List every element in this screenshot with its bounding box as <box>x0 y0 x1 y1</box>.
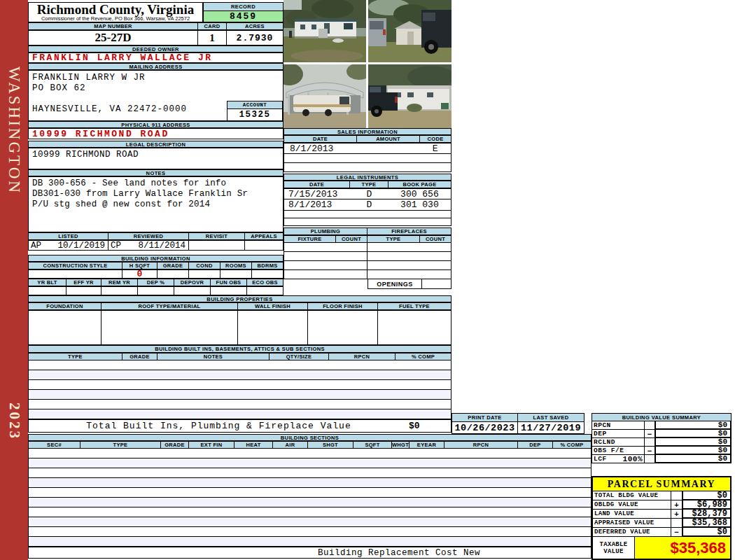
record-box: RECORD 8459 <box>203 2 284 22</box>
photo-metal-carport-rv[interactable] <box>284 64 366 128</box>
building-sections-column-headers: SEC# TYPE GRADE EXT FIN HEAT AIR SHGT SQ… <box>28 441 592 449</box>
parcel-row-taxable: TAXABLE VALUE $35,368 <box>593 537 730 559</box>
building-replacement-row: Building Replacement Cost New <box>28 547 592 559</box>
section-header-deeded-owner: DEEDED OWNER <box>28 46 284 52</box>
review-header-row: LISTED REVIEWED REVISIT APPEALS <box>28 232 284 240</box>
card-value: 1 <box>198 30 227 46</box>
building-properties-headers: FOUNDATION ROOF TYPE/MATERIAL WALL FINIS… <box>28 302 451 310</box>
building-replacement-label: Building Replacement Cost New <box>318 548 480 558</box>
physical-address-value: 10999 RICHMOND ROAD <box>28 128 284 139</box>
section-header-parcel-summary: PARCEL SUMMARY <box>593 477 730 491</box>
notes-block: DB 300-656 - See land notes for info DB3… <box>28 176 284 232</box>
bi-rpcn-label: RPCN <box>329 353 396 360</box>
parcel-op <box>671 519 682 528</box>
bi-type-label: TYPE <box>28 353 122 360</box>
sale-date: 8/1/2013 <box>284 144 357 154</box>
bvs-op: − <box>645 447 654 455</box>
bvs-row-lcf: LCF100% $0 <box>592 455 732 463</box>
funobs-label: FUN OBS <box>211 279 247 286</box>
hsqft-value: 0 <box>122 270 158 279</box>
print-info-box: PRINT DATE LAST SAVED 10/26/2023 11/27/2… <box>451 413 584 434</box>
section-header-building-properties: BUILDING PROPERTIES <box>28 295 451 302</box>
sidebar-state-label: WASHINGTON <box>5 66 23 195</box>
building-properties-values <box>28 310 451 345</box>
bdrms-label: BDRMS <box>252 262 284 270</box>
parcel-op: + <box>671 510 682 519</box>
account-value: 15325 <box>227 109 283 121</box>
effyr-label: EFF YR <box>66 279 102 286</box>
map-number-label: MAP NUMBER <box>28 22 198 30</box>
bs-comp-label: % COMP <box>553 441 592 449</box>
bs-heat-label: HEAT <box>234 441 273 449</box>
bvs-op <box>645 455 654 463</box>
parcel-label: APPRAISED VALUE <box>593 519 671 528</box>
sales-code-label: CODE <box>420 135 451 143</box>
sales-row <box>284 163 451 172</box>
bi-notes-label: NOTES <box>158 353 270 360</box>
section-header-building-information: BUILDING INFORMATION <box>28 255 284 262</box>
revisit-value <box>189 240 245 251</box>
legal-instruments-rows: 7/15/2013 D 300 656 8/1/2013 D 301 030 <box>284 188 451 226</box>
commissioner-line: Commissioner of the Revenue, PO Box 366,… <box>29 16 202 22</box>
li-bookpage-label: BOOK PAGE <box>388 181 451 188</box>
openings-label: OPENINGS <box>368 279 422 289</box>
deppct-label: DEP % <box>138 279 174 286</box>
section-header-fireplaces: FIREPLACES <box>368 227 451 235</box>
li-date: 8/1/2013 <box>284 200 350 210</box>
bvs-value: $0 <box>654 455 732 463</box>
parcel-op: + <box>671 500 682 510</box>
grade-label: GRADE <box>158 262 189 270</box>
bvs-row-dep: DEP − $0 <box>592 430 732 438</box>
building-info-row2-values <box>28 286 284 295</box>
fireplace-type-label: TYPE <box>368 235 420 243</box>
bi-grade-label: GRADE <box>122 353 158 360</box>
sales-date-label: DATE <box>284 135 357 143</box>
account-label: ACCOUNT <box>227 101 283 109</box>
plumbing-count-label: COUNT <box>336 235 368 243</box>
parcel-row-appraised: APPRAISED VALUE $35,368 <box>593 519 730 528</box>
bs-sec-label: SEC# <box>28 441 80 449</box>
building-info-row2-headers: YR BLT EFF YR REM YR DEP % DEPOVR FUN OB… <box>28 279 284 286</box>
fuel-type-label: FUEL TYPE <box>378 302 451 310</box>
section-header-legal-instruments: LEGAL INSTRUMENTS <box>284 174 451 181</box>
building-info-row1-headers: CONSTRUCTION STYLE H SQFT GRADE COND ROO… <box>28 262 284 270</box>
appeals-value <box>245 240 284 251</box>
bvs-label: OBS F/E <box>594 447 624 454</box>
remyr-label: REM YR <box>102 279 138 286</box>
li-date: 7/15/2013 <box>284 189 350 200</box>
yrblt-label: YR BLT <box>28 279 66 286</box>
fixture-label: FIXTURE <box>284 235 336 243</box>
sale-code: E <box>419 144 451 154</box>
bs-grade-label: GRADE <box>161 441 189 449</box>
county-title: Richmond County, Virginia <box>29 3 202 16</box>
print-date-label: PRINT DATE <box>451 413 518 422</box>
legal-instrument-row: 8/1/2013 D 301 030 <box>284 200 451 211</box>
acres-value: 2.7930 <box>227 30 284 46</box>
photo-mobile-home-front[interactable] <box>284 0 366 62</box>
review-value-row: AP 10/1/2019 CP 8/11/2014 <box>28 240 284 251</box>
sales-row <box>284 154 451 163</box>
construction-style-label: CONSTRUCTION STYLE <box>28 262 122 270</box>
section-header-building-sections: BUILDING SECTIONS <box>28 434 592 441</box>
print-date-value: 10/26/2023 <box>451 422 518 434</box>
mailing-line: FRANKLIN LARRY W JR <box>32 73 283 83</box>
li-type: D <box>350 189 388 200</box>
county-header: Richmond County, Virginia Commissioner o… <box>28 2 203 22</box>
section-header-built-ins: BUILDING BUILT INS, BASEMENTS, ATTICS & … <box>28 345 451 353</box>
parcel-label: DEFERRED VALUE <box>593 528 671 537</box>
section-header-sales-information: SALES INFORMATION <box>284 128 451 135</box>
section-header-building-value-summary: BUILDING VALUE SUMMARY <box>592 413 732 421</box>
note-line: P/U stg shed @ new const for 2014 <box>32 200 283 210</box>
photo-mobile-home-truck[interactable] <box>368 64 451 128</box>
appeals-label: APPEALS <box>245 232 284 240</box>
sales-rows: 8/1/2013 E <box>284 143 451 172</box>
reviewed-by: CP <box>111 241 121 251</box>
taxable-value: $35,368 <box>635 537 730 559</box>
plumbing-fireplaces-column-headers: FIXTURE COUNT TYPE COUNT <box>284 235 451 243</box>
photo-storage-shed-vehicles[interactable] <box>368 0 451 62</box>
openings-row: OPENINGS <box>284 279 451 289</box>
foundation-label: FOUNDATION <box>28 302 102 310</box>
bs-extfin-label: EXT FIN <box>189 441 234 449</box>
li-bookpage: 300 656 <box>388 189 451 200</box>
bvs-label: RCLND <box>594 438 615 446</box>
